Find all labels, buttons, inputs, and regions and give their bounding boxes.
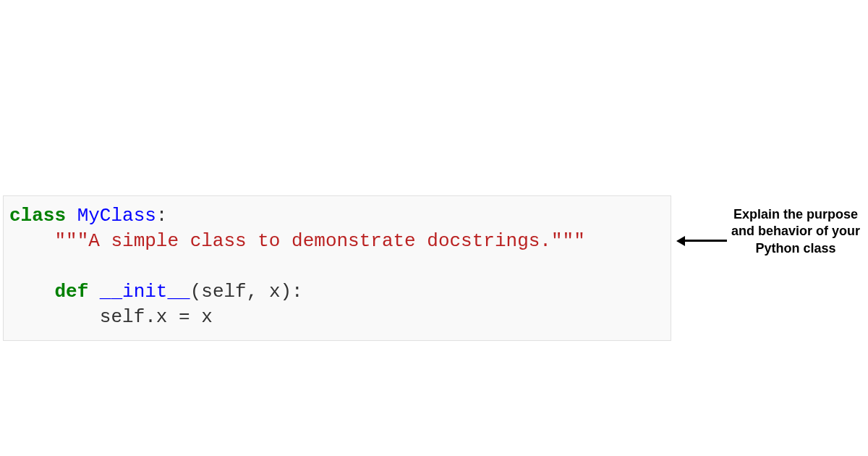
indent xyxy=(9,281,54,303)
code-block: class MyClass: """A simple class to demo… xyxy=(3,195,671,341)
arrow-line-icon xyxy=(684,240,727,242)
body: self.x = x xyxy=(100,306,213,328)
keyword-class: class xyxy=(9,205,66,227)
function-name: __init__ xyxy=(100,281,190,303)
space xyxy=(88,281,100,303)
docstring: """A simple class to demonstrate docstri… xyxy=(54,230,584,252)
code-line-5: self.x = x xyxy=(9,305,665,330)
space xyxy=(66,205,77,227)
indent xyxy=(9,306,100,328)
colon: : xyxy=(156,205,168,227)
arrow-icon xyxy=(676,236,727,246)
code-line-1: class MyClass: xyxy=(9,203,665,229)
indent xyxy=(9,230,54,252)
annotation-text: Explain the purpose and behavior of your… xyxy=(731,206,861,257)
code-line-2: """A simple class to demonstrate docstri… xyxy=(9,229,665,254)
code-line-4: def __init__(self, x): xyxy=(9,279,665,305)
params: (self, x): xyxy=(190,281,303,303)
code-line-3 xyxy=(9,254,665,279)
keyword-def: def xyxy=(54,281,88,303)
class-name: MyClass xyxy=(77,205,156,227)
